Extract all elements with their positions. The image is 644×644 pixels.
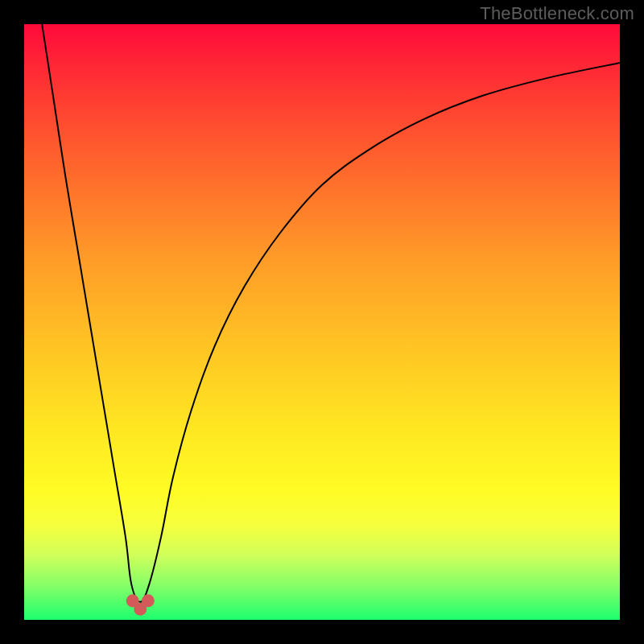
bottleneck-curve (42, 24, 620, 602)
plot-area (24, 24, 620, 620)
tip-markers (126, 594, 155, 615)
watermark-text: TheBottleneck.com (480, 3, 634, 24)
outer-frame: TheBottleneck.com (0, 0, 644, 644)
tip-marker-right (142, 594, 155, 607)
chart-svg (24, 24, 620, 620)
